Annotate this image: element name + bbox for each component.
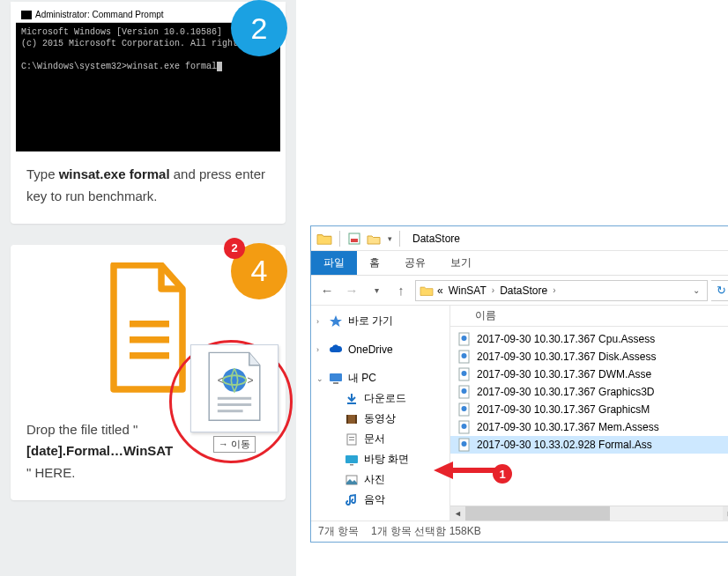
file-row-selected[interactable]: 2017-09-30 10.33.02.928 Formal.Ass <box>450 436 728 454</box>
svg-rect-21 <box>345 455 358 463</box>
address-dropdown-icon[interactable]: ⌄ <box>689 285 703 295</box>
file-row[interactable]: 2017-09-30 10.30.17.367 DWM.Asse <box>450 366 728 383</box>
nav-videos-label: 동영상 <box>364 411 396 426</box>
svg-point-33 <box>462 406 467 411</box>
scroll-left-button[interactable]: ◄ <box>450 506 465 521</box>
xml-file-icon <box>457 402 472 417</box>
file-name: 2017-09-30 10.30.17.367 Cpu.Assess <box>477 333 655 345</box>
nav-quick-access[interactable]: › 바로 가기 <box>311 311 449 331</box>
scroll-track[interactable] <box>465 506 723 521</box>
music-icon <box>345 493 359 507</box>
nav-back-button[interactable]: ← <box>316 280 338 301</box>
file-name: 2017-09-30 10.30.17.367 DWM.Asse <box>477 368 651 380</box>
column-header-name[interactable]: 이름 <box>475 308 496 323</box>
scroll-right-button[interactable]: ► <box>723 506 728 521</box>
annotation-badge-1-num: 1 <box>499 468 505 481</box>
qat-new-folder-icon[interactable] <box>367 232 381 246</box>
step-card-2: 2 Administrator: Command Prompt Microsof… <box>11 2 286 224</box>
nav-recent-button[interactable]: ▾ <box>366 280 387 301</box>
xml-file-icon: < > <box>197 351 271 425</box>
folder-icon <box>316 232 332 246</box>
file-row[interactable]: 2017-09-30 10.30.17.367 Disk.Assess <box>450 348 728 366</box>
nav-quick-access-label: 바로 가기 <box>348 314 393 329</box>
file-list[interactable]: 2017-09-30 10.30.17.367 Cpu.Assess 2017-… <box>450 327 728 506</box>
file-list-header[interactable]: 이름 <box>450 306 728 327</box>
nav-music[interactable]: 음악 <box>311 490 449 510</box>
xml-file-icon <box>457 420 472 434</box>
breadcrumb-datastore[interactable]: DataStore <box>498 284 549 297</box>
nav-documents-label: 문서 <box>364 432 385 447</box>
address-bar[interactable]: « WinSAT › DataStore › ⌄ <box>415 280 708 301</box>
arrow-right-icon: → <box>219 439 228 449</box>
qat-properties-icon[interactable] <box>347 232 361 246</box>
nav-up-button[interactable]: ↑ <box>390 280 412 301</box>
download-icon <box>345 392 359 406</box>
refresh-button[interactable]: ↻ <box>711 280 728 301</box>
xml-file-icon <box>457 332 472 346</box>
cmd-prompt-line: C:\Windows\system32>winsat.exe formal <box>21 62 217 71</box>
svg-rect-7 <box>218 397 251 400</box>
star-icon <box>329 314 343 329</box>
ribbon-tab-share-label: 공유 <box>405 255 426 270</box>
cloud-icon <box>329 343 343 357</box>
xml-file-icon <box>457 350 472 364</box>
svg-point-3 <box>223 368 246 391</box>
nav-documents[interactable]: 문서 <box>311 429 449 449</box>
document-folder-icon <box>345 432 359 447</box>
svg-rect-16 <box>346 415 348 424</box>
qat-dropdown-icon[interactable]: ▾ <box>388 234 392 243</box>
nav-videos[interactable]: 동영상 <box>311 409 449 429</box>
ribbon-tab-home[interactable]: 홈 <box>357 251 392 275</box>
ribbon-tab-view-label: 보기 <box>450 255 472 270</box>
file-name: 2017-09-30 10.30.17.367 Disk.Assess <box>477 351 656 363</box>
explorer-window: ▾ DataStore 파일 홈 공유 보기 ← → ▾ ↑ « WinSAT … <box>310 225 728 543</box>
breadcrumb-winsat[interactable]: WinSAT <box>447 284 488 297</box>
nav-forward-button[interactable]: → <box>341 280 362 301</box>
annotation-badge-2-num: 2 <box>231 241 237 255</box>
horizontal-scrollbar[interactable]: ◄ ► <box>450 506 728 521</box>
explorer-body: › 바로 가기 › OneDrive ⌄ 내 PC 다운로드 <box>311 306 728 521</box>
svg-rect-14 <box>347 402 356 404</box>
nav-desktop[interactable]: 바탕 화면 <box>311 449 449 469</box>
step-4-text-pre: Drop the file titled " <box>26 422 137 437</box>
ribbon-tab-view[interactable]: 보기 <box>438 251 484 275</box>
svg-rect-20 <box>349 439 354 440</box>
svg-rect-12 <box>330 373 342 381</box>
file-row[interactable]: 2017-09-30 10.30.17.367 Cpu.Assess <box>450 330 728 348</box>
ribbon-tab-file-label: 파일 <box>323 255 345 270</box>
step-badge-2: 2 <box>231 0 287 56</box>
svg-point-29 <box>462 371 467 376</box>
breadcrumb-ellipsis[interactable]: « <box>435 284 445 297</box>
svg-rect-9 <box>218 410 243 412</box>
cmd-cursor <box>217 62 222 71</box>
file-name: 2017-09-30 10.33.02.928 Formal.Ass <box>477 439 652 451</box>
breadcrumb-sep-icon[interactable]: › <box>490 285 496 295</box>
breadcrumb-sep-icon-2[interactable]: › <box>551 285 557 295</box>
nav-pictures[interactable]: 사진 <box>311 469 449 490</box>
chevron-down-icon: ⌄ <box>316 374 323 383</box>
picture-icon <box>345 473 359 487</box>
nav-downloads[interactable]: 다운로드 <box>311 388 449 409</box>
ribbon-tab-file[interactable]: 파일 <box>311 251 357 275</box>
nav-onedrive[interactable]: › OneDrive <box>311 340 449 359</box>
cmd-icon <box>21 11 32 19</box>
svg-rect-19 <box>349 437 354 438</box>
xml-file-icon <box>457 367 472 381</box>
nav-this-pc-label: 내 PC <box>348 371 376 386</box>
nav-downloads-label: 다운로드 <box>364 391 406 406</box>
file-row[interactable]: 2017-09-30 10.30.17.367 Mem.Assess <box>450 418 728 436</box>
step-badge-4-num: 4 <box>251 254 268 288</box>
nav-this-pc[interactable]: ⌄ 내 PC <box>311 368 449 388</box>
titlebar-divider-2 <box>399 231 400 247</box>
file-row[interactable]: 2017-09-30 10.30.17.367 Graphics3D <box>450 383 728 401</box>
ribbon: 파일 홈 공유 보기 <box>311 251 728 276</box>
svg-point-25 <box>462 336 467 341</box>
step-badge-4: 2 4 <box>231 243 287 299</box>
scroll-thumb[interactable] <box>465 506 610 521</box>
ribbon-tab-share[interactable]: 공유 <box>392 251 438 275</box>
nav-pane: › 바로 가기 › OneDrive ⌄ 내 PC 다운로드 <box>311 306 450 521</box>
svg-point-37 <box>462 441 467 447</box>
explorer-titlebar[interactable]: ▾ DataStore <box>311 226 728 251</box>
file-row[interactable]: 2017-09-30 10.30.17.367 GraphicsM <box>450 401 728 418</box>
dragged-file-thumb: < > <box>190 344 279 432</box>
